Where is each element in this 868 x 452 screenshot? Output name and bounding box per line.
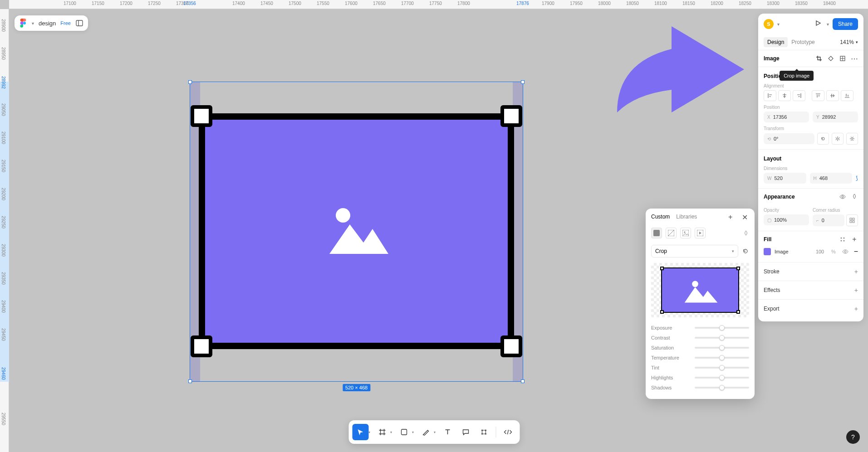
crop-preview-handle[interactable] xyxy=(660,267,664,270)
image-preview[interactable] xyxy=(651,263,749,317)
svg-point-13 xyxy=(684,232,686,233)
align-hcenter-button[interactable] xyxy=(778,90,791,101)
edit-object-icon[interactable] xyxy=(827,55,834,62)
blend-mode-icon[interactable] xyxy=(851,193,858,200)
fill-type-solid[interactable] xyxy=(651,228,662,238)
ruler-vertical[interactable]: 28900 28950 28992 29050 29100 29150 2920… xyxy=(0,9,9,452)
plus-icon[interactable]: + xyxy=(854,287,858,294)
fill-type-video[interactable] xyxy=(695,228,706,238)
align-right-button[interactable] xyxy=(793,90,805,101)
crop-handle[interactable] xyxy=(191,105,212,127)
tab-prototype[interactable]: Prototype xyxy=(788,37,818,47)
actions-tool[interactable] xyxy=(476,424,492,440)
align-vcenter-button[interactable] xyxy=(826,90,839,101)
crop-preview-handle[interactable] xyxy=(660,310,664,314)
exposure-slider[interactable] xyxy=(695,327,749,329)
component-icon[interactable] xyxy=(839,55,846,62)
align-bottom-button[interactable] xyxy=(841,90,853,101)
user-avatar[interactable]: S xyxy=(764,19,774,29)
crop-handle[interactable] xyxy=(500,105,522,127)
flip-horizontal-button[interactable] xyxy=(832,133,843,145)
canvas-arrow-shape[interactable] xyxy=(608,17,753,122)
corner-radius-field[interactable]: ⌐ xyxy=(813,214,844,226)
individual-corners-button[interactable] xyxy=(846,214,858,226)
rotate-90-button[interactable] xyxy=(817,133,829,145)
selection-handle[interactable] xyxy=(188,379,192,383)
crop-frame[interactable] xyxy=(199,113,514,349)
effects-section[interactable]: Effects+ xyxy=(758,281,863,300)
temperature-slider[interactable] xyxy=(695,357,749,359)
visibility-icon[interactable] xyxy=(839,193,846,200)
crop-preview-handle[interactable] xyxy=(736,267,740,270)
crop-handle[interactable] xyxy=(500,335,522,357)
align-left-button[interactable] xyxy=(764,90,776,101)
stroke-section[interactable]: Stroke+ xyxy=(758,262,863,281)
close-icon[interactable]: ✕ xyxy=(742,213,749,220)
text-tool[interactable] xyxy=(439,424,456,440)
x-position-field[interactable]: X xyxy=(764,112,809,122)
chevron-down-icon[interactable]: ▾ xyxy=(412,430,414,434)
crop-handle[interactable] xyxy=(191,335,212,357)
rotate-icon[interactable] xyxy=(742,248,749,255)
move-tool[interactable] xyxy=(352,424,368,440)
selection-handle[interactable] xyxy=(521,80,525,84)
share-button[interactable]: Share xyxy=(833,18,858,30)
highlights-slider[interactable] xyxy=(695,377,749,379)
blend-mode-icon[interactable] xyxy=(743,230,749,236)
more-icon[interactable]: ⋯ xyxy=(851,55,858,62)
corner-radius-label: Corner radius xyxy=(813,208,858,213)
plus-icon[interactable]: + xyxy=(728,213,736,220)
rotation-field[interactable]: ⟲ xyxy=(764,133,814,144)
plus-icon[interactable]: + xyxy=(854,268,858,275)
fill-type-gradient[interactable] xyxy=(666,228,677,238)
help-button[interactable]: ? xyxy=(846,430,860,444)
opacity-field[interactable]: ▢ xyxy=(764,214,809,225)
chevron-down-icon[interactable]: ▾ xyxy=(827,22,829,27)
image-mode-select[interactable]: Crop ▾ xyxy=(651,245,738,258)
tab-libraries[interactable]: Libraries xyxy=(676,214,697,220)
ruler-tick: 28950 xyxy=(1,47,6,60)
saturation-slider[interactable] xyxy=(695,347,749,349)
shape-tool[interactable] xyxy=(396,424,412,440)
ruler-horizontal[interactable]: 17100 17150 17200 17250 17300 17356 1740… xyxy=(9,0,868,9)
minus-icon[interactable]: − xyxy=(854,248,858,256)
fill-name: Image xyxy=(775,249,812,254)
zoom-control[interactable]: 141%▾ xyxy=(840,39,858,45)
crop-preview-handle[interactable] xyxy=(736,310,740,314)
contrast-slider[interactable] xyxy=(695,337,749,339)
ruler-tick: 18100 xyxy=(654,1,667,6)
svg-rect-21 xyxy=(853,221,854,223)
comment-tool[interactable] xyxy=(457,424,474,440)
crop-icon[interactable] xyxy=(815,55,823,62)
tab-custom[interactable]: Custom xyxy=(651,214,670,220)
ruler-tick: 29050 xyxy=(1,103,6,116)
constrain-proportions-icon[interactable]: ⟆ xyxy=(856,175,858,181)
plus-icon[interactable]: + xyxy=(854,305,858,312)
tab-design[interactable]: Design xyxy=(764,37,788,47)
flip-vertical-button[interactable] xyxy=(846,133,858,145)
dev-mode-toggle[interactable] xyxy=(500,424,516,440)
plus-icon[interactable]: + xyxy=(851,236,858,243)
chevron-down-icon[interactable]: ▾ xyxy=(434,430,436,434)
height-field[interactable]: H xyxy=(810,173,853,184)
width-field[interactable]: W xyxy=(764,173,806,184)
fill-opacity[interactable]: 100 xyxy=(816,249,828,254)
chevron-down-icon[interactable]: ▾ xyxy=(368,430,370,434)
export-section[interactable]: Export+ xyxy=(758,300,863,318)
visibility-icon[interactable] xyxy=(842,248,848,255)
style-icon[interactable] xyxy=(839,236,846,243)
frame-tool[interactable] xyxy=(374,424,390,440)
chevron-down-icon[interactable]: ▾ xyxy=(777,22,780,27)
y-position-field[interactable]: Y xyxy=(813,112,858,122)
pen-tool[interactable] xyxy=(417,424,434,440)
ruler-tick: 18350 xyxy=(795,1,808,6)
chevron-down-icon[interactable]: ▾ xyxy=(390,430,392,434)
selection-handle[interactable] xyxy=(188,80,192,84)
selection-handle[interactable] xyxy=(521,379,525,383)
tint-slider[interactable] xyxy=(695,367,749,369)
fill-swatch[interactable] xyxy=(764,248,771,255)
fill-type-image[interactable] xyxy=(680,228,691,238)
align-top-button[interactable] xyxy=(812,90,824,101)
play-icon[interactable] xyxy=(815,20,823,28)
shadows-slider[interactable] xyxy=(695,387,749,389)
